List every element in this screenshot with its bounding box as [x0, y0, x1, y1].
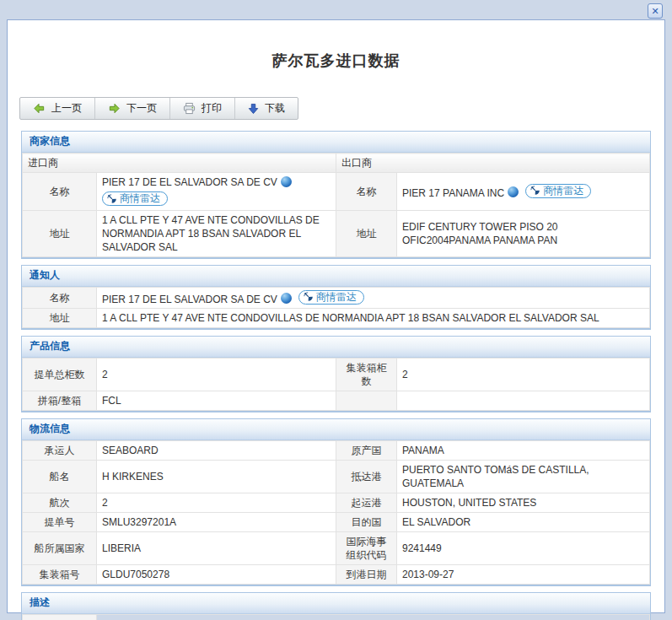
section-description: 描述 产品描述 BULTOSPISTOLA DE AIRE TUBO LED P…: [21, 592, 651, 620]
prev-page-button[interactable]: 上一页: [20, 98, 95, 119]
merchant-heading: 商家信息: [22, 132, 650, 153]
notify-table: 名称 PIER 17 DE EL SALVADOR SA DE CV: [22, 287, 650, 329]
field-value: 2013-09-27: [397, 565, 650, 585]
product-table: 提单总柜数 2 集装箱柜数 2 拼箱/整箱 FCL: [22, 358, 650, 411]
page-background: ✕ 萨尔瓦多进口数据 上一页 下一页: [0, 0, 672, 620]
import-data-dialog: 萨尔瓦多进口数据 上一页 下一页: [7, 19, 665, 613]
prev-page-label: 上一页: [51, 101, 82, 116]
download-button[interactable]: 下载: [235, 98, 298, 119]
importer-address: 1 A CLL PTE Y 47 AVE NTE CONDOVILLAS DE …: [97, 210, 336, 256]
table-row: 产品描述 BULTOSPISTOLA DE AIRE TUBO LED PELC…: [23, 615, 650, 620]
field-value: LIBERIA: [97, 532, 336, 565]
field-label: 航次: [23, 493, 97, 513]
field-label: 原产国: [336, 441, 397, 461]
field-value: 2: [97, 493, 336, 513]
importer-header: 进口商: [23, 154, 336, 173]
field-value: 2: [97, 359, 336, 391]
field-label: 到港日期: [336, 565, 397, 585]
section-notify: 通知人 名称 PIER 17 DE EL SALVADOR SA DE CV: [21, 265, 651, 331]
globe-icon[interactable]: [508, 186, 519, 197]
table-row: 提单总柜数 2 集装箱柜数 2: [23, 359, 650, 391]
field-value: EL SALVADOR: [397, 513, 650, 532]
down-arrow-icon: [248, 103, 259, 115]
logistics-heading: 物流信息: [22, 419, 650, 440]
next-page-button[interactable]: 下一页: [95, 98, 170, 119]
description-table: 产品描述 BULTOSPISTOLA DE AIRE TUBO LED PELC…: [22, 614, 650, 620]
field-label: 起运港: [336, 493, 397, 513]
exporter-address: EDIF CENTURY TOWER PISO 20 OFIC2004PANAM…: [397, 210, 650, 256]
field-label: 抵达港: [336, 461, 397, 493]
field-label: 船名: [23, 461, 97, 493]
toolbar: 上一页 下一页 打印: [19, 97, 298, 120]
download-label: 下载: [265, 101, 285, 116]
exporter-header: 出口商: [336, 154, 650, 173]
field-label: 国际海事组织代码: [336, 532, 397, 565]
importer-name: PIER 17 DE EL SALVADOR SA DE CV: [102, 176, 277, 188]
right-arrow-icon: [108, 102, 121, 115]
exporter-name: PIER 17 PANAMA INC: [402, 186, 504, 198]
field-value: [397, 391, 650, 411]
print-button[interactable]: 打印: [170, 98, 235, 119]
globe-icon[interactable]: [281, 176, 292, 187]
importer-name-cell: PIER 17 DE EL SALVADOR SA DE CV: [97, 173, 336, 211]
printer-icon: [183, 102, 196, 115]
exporter-name-cell: PIER 17 PANAMA INC 商情雷达: [397, 173, 650, 211]
importer-address-label: 地址: [23, 210, 97, 256]
field-label: 拼箱/整箱: [23, 391, 97, 411]
notify-name-label: 名称: [23, 287, 97, 309]
field-value: GLDU7050278: [97, 565, 336, 585]
radar-icon: [530, 186, 540, 196]
field-value: 2: [397, 359, 650, 391]
description-heading: 描述: [22, 593, 650, 614]
radar-icon: [304, 292, 314, 302]
product-description-value: BULTOSPISTOLA DE AIRE TUBO LED PELCULADE…: [97, 615, 650, 620]
field-value: SEABOARD: [97, 441, 336, 461]
section-product: 产品信息 提单总柜数 2 集装箱柜数 2 拼箱/整箱 FCL: [21, 336, 651, 412]
field-label: 集装箱号: [23, 565, 97, 585]
field-value: H KIRKENES: [97, 461, 336, 493]
radar-badge-label: 商情雷达: [120, 192, 160, 205]
exporter-address-label: 地址: [336, 210, 397, 256]
exporter-name-label: 名称: [336, 173, 397, 211]
radar-icon: [107, 194, 117, 204]
close-button[interactable]: ✕: [648, 3, 663, 19]
field-label: 船所属国家: [23, 532, 97, 565]
next-page-label: 下一页: [126, 101, 157, 116]
field-label: 提单号: [23, 513, 97, 532]
table-row: 船所属国家 LIBERIA 国际海事组织代码 9241449: [23, 532, 650, 565]
table-row: 航次 2 起运港 HOUSTON, UNITED STATES: [23, 493, 650, 513]
field-label: 提单总柜数: [23, 359, 97, 391]
table-row: 拼箱/整箱 FCL: [23, 391, 650, 411]
field-value: PANAMA: [397, 441, 650, 461]
field-label: 目的国: [336, 513, 397, 532]
logistics-table: 承运人 SEABOARD 原产国 PANAMA 船名 H KIRKENES 抵达…: [22, 440, 650, 585]
notify-heading: 通知人: [22, 266, 650, 287]
radar-badge[interactable]: 商情雷达: [298, 290, 364, 305]
notify-address-label: 地址: [23, 309, 97, 328]
field-label: 承运人: [23, 441, 97, 461]
importer-name-label: 名称: [23, 173, 97, 211]
radar-badge-label: 商情雷达: [543, 185, 583, 197]
field-value: HOUSTON, UNITED STATES: [397, 493, 650, 513]
notify-address: 1 A CLL PTE Y 47 AVE NTE CONDOVILLAS DE …: [97, 309, 650, 328]
left-arrow-icon: [33, 102, 46, 115]
section-merchant: 商家信息 进口商 出口商 名称 PIER 17 DE EL SALVADOR S…: [21, 131, 651, 259]
page-title: 萨尔瓦多进口数据: [8, 51, 664, 71]
field-value: 9241449: [397, 532, 650, 565]
radar-badge[interactable]: 商情雷达: [525, 184, 591, 198]
notify-name: PIER 17 DE EL SALVADOR SA DE CV: [102, 293, 277, 305]
field-label: [336, 391, 397, 411]
radar-badge-label: 商情雷达: [316, 291, 357, 304]
table-row: 提单号 SMLU3297201A 目的国 EL SALVADOR: [23, 513, 650, 532]
table-row: 船名 H KIRKENES 抵达港 PUERTO SANTO TOMáS DE …: [23, 461, 650, 493]
field-value: PUERTO SANTO TOMáS DE CASTILLA, GUATEMAL…: [397, 461, 650, 493]
field-value: FCL: [97, 391, 336, 411]
notify-name-cell: PIER 17 DE EL SALVADOR SA DE CV 商情雷达: [97, 287, 650, 309]
section-logistics: 物流信息 承运人 SEABOARD 原产国 PANAMA 船名 H KIRKEN…: [21, 418, 651, 586]
merchant-table: 进口商 出口商 名称 PIER 17 DE EL SALVADOR SA DE …: [22, 153, 650, 257]
radar-badge[interactable]: 商情雷达: [102, 191, 168, 206]
product-description-label: 产品描述: [23, 615, 97, 620]
globe-icon[interactable]: [281, 293, 292, 304]
field-label: 集装箱柜数: [336, 359, 397, 391]
field-value: SMLU3297201A: [97, 513, 336, 532]
